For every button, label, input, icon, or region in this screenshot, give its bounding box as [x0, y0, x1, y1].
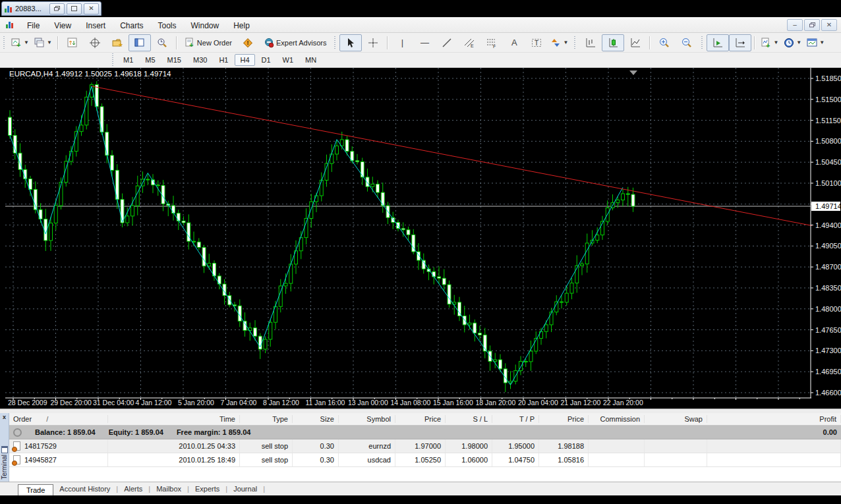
column-header-type[interactable]: Type — [240, 415, 293, 423]
metaeditor-button[interactable]: ! — [237, 34, 259, 51]
column-header-sl[interactable]: S / L — [446, 415, 492, 423]
terminal-window-icon — [1, 446, 8, 453]
trendline-icon — [442, 38, 452, 48]
toolbar-grip[interactable] — [573, 36, 577, 49]
trendline-object[interactable] — [92, 86, 812, 226]
order-tp: 1.04750 — [492, 453, 539, 466]
svg-text:15 Jan 16:00: 15 Jan 16:00 — [433, 399, 473, 406]
toolbar-grip[interactable] — [111, 53, 115, 67]
order-row[interactable]: 148175292010.01.25 04:33sell stop0.30eur… — [9, 439, 841, 453]
vertical-line-tool-button[interactable]: | — [391, 34, 413, 51]
timeframe-button-mn[interactable]: MN — [300, 54, 322, 66]
arrows-tool-button[interactable]: ▼ — [548, 34, 571, 51]
toolbar-grip[interactable] — [334, 36, 337, 49]
terminal-panel-button[interactable] — [129, 34, 151, 51]
crosshair-tool-button[interactable] — [362, 34, 384, 51]
toolbar-grip[interactable] — [3, 36, 6, 49]
menu-item-file[interactable]: File — [20, 19, 47, 32]
column-header-commission[interactable]: Commission — [589, 415, 645, 423]
tab-trade[interactable]: Trade — [18, 484, 53, 496]
column-header-swap[interactable]: Swap — [645, 415, 707, 423]
market-watch-button[interactable] — [61, 34, 84, 51]
chart-close-icon[interactable]: ✕ — [821, 19, 837, 31]
zoom-out-button[interactable] — [676, 34, 698, 51]
tab-alerts[interactable]: Alerts — [118, 484, 148, 495]
tab-journal[interactable]: Journal — [227, 484, 263, 495]
child-window-titlebar[interactable]: 20883... ✕ — [1, 1, 102, 16]
text-label-tool-button[interactable]: T — [525, 34, 548, 51]
bar-chart-mode-button[interactable] — [579, 34, 602, 51]
svg-text:4 Jan 12:00: 4 Jan 12:00 — [136, 399, 172, 406]
column-header-time[interactable]: Time — [108, 415, 240, 423]
balance-row[interactable]: Balance: 1 859.04Equity: 1 859.04Free ma… — [9, 426, 841, 439]
svg-text:!: ! — [246, 40, 248, 46]
column-header-profit[interactable]: Profit — [707, 415, 841, 423]
zoom-in-button[interactable] — [653, 34, 676, 51]
chart-area[interactable]: 1.518501.515001.511501.508001.504501.501… — [0, 68, 841, 408]
table-header-row[interactable]: Order/TimeTypeSizeSymbolPriceS / LT / PP… — [9, 413, 841, 426]
tab-mailbox[interactable]: Mailbox — [150, 484, 187, 495]
data-window-button[interactable] — [84, 34, 106, 51]
order-row[interactable]: 149458272010.01.25 18:49sell stop0.30usd… — [9, 453, 841, 467]
timeframe-button-h1[interactable]: H1 — [214, 54, 233, 66]
timeframe-button-m15[interactable]: M15 — [162, 54, 187, 66]
column-header-symbol[interactable]: Symbol — [339, 415, 395, 423]
timeframe-button-h4[interactable]: H4 — [235, 54, 254, 66]
tab-account-history[interactable]: Account History — [53, 484, 116, 495]
order-symbol: usdcad — [339, 453, 395, 466]
templates-button[interactable]: ▼ — [804, 34, 827, 51]
top-strip: 20883... ✕ — [0, 0, 841, 17]
panel-splitter[interactable] — [0, 408, 841, 413]
column-header-price[interactable]: Price — [539, 415, 589, 423]
auto-scroll-button[interactable] — [707, 34, 729, 51]
column-header-tp[interactable]: T / P — [492, 415, 539, 423]
column-header-size[interactable]: Size — [293, 415, 339, 423]
line-chart-mode-button[interactable] — [624, 34, 647, 51]
indicators-button[interactable]: + ▼ — [758, 34, 781, 51]
strategy-tester-button[interactable] — [151, 34, 173, 51]
equidistant-channel-tool-button[interactable]: E — [458, 34, 480, 51]
menu-item-help[interactable]: Help — [226, 19, 257, 32]
new-order-button[interactable]: + New Order — [180, 34, 237, 51]
navigator-button[interactable]: ★ — [106, 34, 129, 51]
maximize-button[interactable] — [67, 3, 82, 14]
periods-button[interactable]: ▼ — [781, 34, 804, 51]
chart-canvas[interactable]: 1.518501.515001.511501.508001.504501.501… — [5, 68, 841, 408]
profiles-button[interactable]: ▼ — [32, 34, 55, 51]
new-chart-button[interactable]: + ▼ — [9, 34, 32, 51]
trendline-tool-button[interactable] — [436, 34, 458, 51]
restore-button[interactable] — [49, 3, 65, 14]
terminal-close-icon[interactable]: x — [3, 414, 6, 420]
timeframe-button-m30[interactable]: M30 — [188, 54, 212, 66]
fibonacci-tool-button[interactable]: F — [480, 34, 503, 51]
tab-experts[interactable]: Experts — [189, 484, 225, 495]
column-header-label: Type — [272, 415, 288, 423]
chart-shift-button[interactable] — [729, 34, 751, 51]
candlestick-mode-button[interactable] — [602, 34, 624, 51]
toolbar-grip[interactable] — [701, 36, 704, 49]
menu-item-view[interactable]: View — [47, 19, 78, 32]
menu-item-insert[interactable]: Insert — [78, 19, 113, 32]
timeframe-button-d1[interactable]: D1 — [256, 54, 276, 66]
close-button[interactable]: ✕ — [84, 3, 99, 14]
timeframe-button-m1[interactable]: M1 — [118, 54, 138, 66]
horizontal-line-tool-button[interactable]: — — [413, 34, 436, 51]
zigzag-indicator-line[interactable] — [10, 86, 623, 385]
periods-clock-icon — [784, 38, 794, 48]
column-header-price[interactable]: Price — [395, 415, 446, 423]
text-tool-button[interactable]: A — [503, 34, 525, 51]
menu-item-charts[interactable]: Charts — [113, 19, 150, 32]
chart-shift-marker[interactable] — [629, 70, 637, 75]
time-axis[interactable]: 28 Dec 200929 Dec 20:0031 Dec 04:004 Jan… — [8, 398, 799, 406]
chart-minimize-icon[interactable]: – — [787, 19, 803, 31]
column-header-order[interactable]: Order/ — [9, 415, 108, 423]
timeframe-button-w1[interactable]: W1 — [277, 54, 299, 66]
menu-item-tools[interactable]: Tools — [151, 19, 184, 32]
expert-advisors-button[interactable]: Expert Advisors — [259, 34, 331, 51]
price-axis[interactable]: 1.518501.515001.511501.508001.504501.501… — [811, 74, 841, 397]
svg-text:1.48350: 1.48350 — [815, 284, 841, 292]
timeframe-button-m5[interactable]: M5 — [140, 54, 160, 66]
menu-item-window[interactable]: Window — [184, 19, 227, 32]
chart-restore-icon[interactable] — [804, 19, 820, 31]
cursor-tool-button[interactable] — [339, 34, 362, 51]
